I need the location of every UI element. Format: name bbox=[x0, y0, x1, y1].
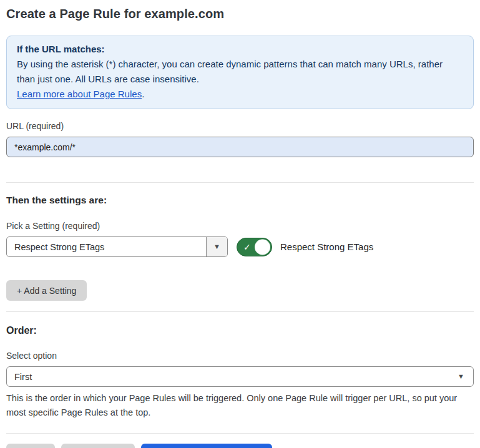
save-and-deploy-button[interactable]: Save and Deploy Page Rule bbox=[141, 444, 272, 448]
setting-dropdown[interactable]: Respect Strong ETags ▼ bbox=[6, 236, 228, 257]
order-help-text: This is the order in which your Page Rul… bbox=[6, 391, 474, 420]
toggle-knob bbox=[255, 239, 270, 255]
order-select-value: First bbox=[14, 372, 32, 382]
cancel-button[interactable]: Cancel bbox=[6, 444, 55, 448]
footer-divider bbox=[6, 433, 474, 434]
save-as-draft-button[interactable]: Save as Draft bbox=[61, 444, 135, 448]
setting-toggle[interactable]: ✓ bbox=[237, 238, 272, 256]
section-divider bbox=[6, 182, 474, 183]
info-box-heading: If the URL matches: bbox=[17, 42, 463, 57]
section-divider bbox=[6, 311, 474, 312]
url-input[interactable] bbox=[6, 137, 474, 157]
order-section-heading: Order: bbox=[6, 324, 474, 336]
create-page-rule-form: Create a Page Rule for example.com If th… bbox=[0, 0, 480, 448]
setting-dropdown-value: Respect Strong ETags bbox=[7, 237, 206, 256]
url-field-label: URL (required) bbox=[6, 121, 474, 132]
info-box-link-line: Learn more about Page Rules. bbox=[17, 87, 463, 102]
setting-row: Respect Strong ETags ▼ ✓ Respect Strong … bbox=[6, 236, 474, 257]
url-match-info-box: If the URL matches: By using the asteris… bbox=[6, 36, 474, 109]
check-icon: ✓ bbox=[243, 243, 251, 251]
setting-toggle-label: Respect Strong ETags bbox=[280, 241, 373, 252]
info-box-body: By using the asterisk (*) character, you… bbox=[17, 57, 463, 87]
page-title: Create a Page Rule for example.com bbox=[6, 6, 474, 21]
add-setting-button[interactable]: + Add a Setting bbox=[6, 280, 87, 301]
link-suffix: . bbox=[142, 89, 144, 99]
learn-more-link[interactable]: Learn more about Page Rules bbox=[17, 89, 142, 99]
chevron-down-icon: ▼ bbox=[213, 243, 220, 250]
settings-section-heading: Then the settings are: bbox=[6, 194, 474, 206]
footer-actions: Cancel Save as Draft Save and Deploy Pag… bbox=[6, 444, 474, 448]
order-select-label: Select option bbox=[6, 351, 474, 361]
order-select[interactable]: First ▼ bbox=[6, 366, 474, 387]
setting-dropdown-arrow-box[interactable]: ▼ bbox=[206, 237, 227, 256]
chevron-down-icon: ▼ bbox=[458, 373, 464, 380]
pick-setting-label: Pick a Setting (required) bbox=[6, 221, 474, 231]
